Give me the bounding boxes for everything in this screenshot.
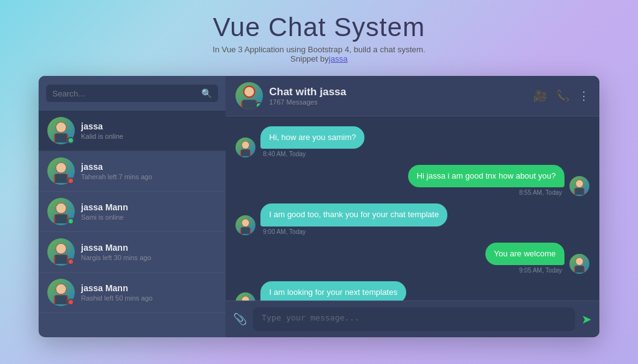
messages-area: Hi, how are you samim? 8:40 AM, Today Hi… (226, 116, 599, 301)
contact-item[interactable]: jassa Mann Sami is online (39, 192, 226, 232)
phone-call-icon[interactable]: 📞 (556, 89, 569, 103)
svg-rect-39 (575, 266, 584, 273)
svg-rect-11 (55, 215, 67, 223)
contact-info: jassa Taherah left 7 mins ago (81, 162, 217, 180)
msg-content: You are welcome 9:05 AM, Today (485, 243, 564, 274)
svg-rect-27 (241, 150, 250, 157)
svg-rect-3 (55, 134, 67, 142)
svg-rect-7 (55, 174, 67, 183)
svg-point-25 (242, 141, 249, 149)
status-dot (67, 218, 74, 225)
message-row: Hi, how are you samim? 8:40 AM, Today (236, 126, 589, 157)
message-input[interactable] (253, 307, 575, 331)
msg-content: I am looking for your next templates 9:0… (260, 281, 406, 301)
message-row: I am looking for your next templates 9:0… (236, 281, 589, 301)
svg-rect-19 (55, 296, 67, 304)
chat-header-name: Chat with jassa (269, 86, 533, 98)
search-input[interactable] (52, 89, 201, 98)
message-time: 8:40 AM, Today (260, 151, 364, 157)
snippet-link[interactable]: jassa (329, 54, 348, 63)
search-bar: 🔍 (39, 76, 226, 111)
contact-info: jassa Kalid is online (81, 121, 217, 140)
svg-rect-23 (242, 100, 256, 110)
msg-content: I am good too, thank you for your chat t… (260, 203, 447, 235)
page-title: Vue Chat System (212, 12, 425, 42)
svg-point-21 (244, 87, 254, 96)
video-call-icon[interactable]: 🎥 (533, 89, 547, 103)
status-dot (67, 177, 74, 184)
sidebar: 🔍 jassa Kalid is online jassa Taherah le… (39, 76, 226, 337)
header-status-dot (255, 102, 262, 109)
avatar-wrapper (47, 117, 75, 144)
chat-input-area: 📎 ➤ (226, 301, 599, 337)
status-dot (67, 258, 74, 265)
svg-point-17 (56, 284, 66, 294)
page-header: Vue Chat System In Vue 3 Application usi… (212, 12, 425, 63)
send-icon[interactable]: ➤ (581, 312, 592, 327)
contact-item[interactable]: jassa Kalid is online (39, 111, 226, 151)
message-bubble: I am good too, thank you for your chat t… (260, 203, 447, 226)
svg-point-13 (56, 244, 66, 254)
svg-point-5 (56, 163, 66, 173)
message-bubble: You are welcome (485, 243, 564, 265)
status-dot (67, 137, 74, 144)
message-bubble: Hi jassa i am good tnx how about you? (408, 165, 564, 187)
msg-content: Hi jassa i am good tnx how about you? 8:… (408, 165, 564, 196)
contact-info: jassa Mann Nargis left 30 mins ago (81, 243, 217, 261)
chat-header-actions: 🎥 📞 ⋮ (533, 89, 589, 103)
msg-content: Hi, how are you samim? 8:40 AM, Today (260, 126, 364, 157)
contact-status: Sami is online (81, 213, 217, 221)
svg-point-29 (576, 180, 583, 188)
svg-point-37 (576, 258, 583, 265)
contact-status: Nargis left 30 mins ago (81, 254, 217, 261)
svg-rect-31 (575, 189, 584, 195)
svg-point-9 (56, 203, 66, 213)
contact-info: jassa Mann Sami is online (81, 202, 217, 221)
message-row: Hi jassa i am good tnx how about you? 8:… (236, 165, 589, 196)
contact-info: jassa Mann Rashid left 50 mins ago (81, 283, 217, 302)
msg-avatar (236, 292, 255, 301)
message-time: 9:05 AM, Today (517, 267, 564, 274)
contact-name: jassa Mann (81, 243, 217, 253)
contact-name: jassa Mann (81, 283, 217, 293)
chat-header: Chat with jassa 1767 Messages 🎥 📞 ⋮ (226, 76, 599, 116)
message-row: I am good too, thank you for your chat t… (236, 203, 589, 235)
more-options-icon[interactable]: ⋮ (578, 89, 589, 103)
svg-point-33 (242, 219, 249, 226)
avatar-wrapper (47, 238, 75, 266)
svg-rect-15 (55, 255, 67, 264)
avatar-wrapper (47, 279, 75, 306)
message-time: 9:00 AM, Today (260, 228, 447, 235)
svg-rect-35 (241, 227, 250, 234)
contact-item[interactable]: jassa Mann Rashid left 50 mins ago (39, 273, 226, 313)
attach-icon[interactable]: 📎 (233, 312, 247, 326)
chat-main: Chat with jassa 1767 Messages 🎥 📞 ⋮ Hi, … (226, 76, 599, 337)
contact-name: jassa Mann (81, 202, 217, 212)
chat-header-count: 1767 Messages (269, 98, 533, 106)
contact-status: Taherah left 7 mins ago (81, 173, 217, 180)
contact-item[interactable]: jassa Mann Nargis left 30 mins ago (39, 232, 226, 273)
search-icon: 🔍 (201, 88, 212, 98)
msg-avatar (569, 176, 589, 196)
contact-status: Kalid is online (81, 133, 217, 140)
msg-avatar (569, 254, 589, 274)
contact-name: jassa (81, 121, 217, 131)
avatar-wrapper (47, 198, 75, 225)
chat-container: 🔍 jassa Kalid is online jassa Taherah le… (39, 76, 599, 337)
contact-status: Rashid left 50 mins ago (81, 294, 217, 302)
msg-avatar (236, 215, 255, 235)
page-subtitle: In Vue 3 Application using Bootstrap 4, … (212, 45, 425, 63)
contact-list: jassa Kalid is online jassa Taherah left… (39, 111, 226, 337)
chat-header-info: Chat with jassa 1767 Messages (269, 86, 533, 106)
contact-name: jassa (81, 162, 217, 172)
message-time: 8:55 AM, Today (517, 189, 564, 196)
contact-item[interactable]: jassa Taherah left 7 mins ago (39, 151, 226, 192)
message-bubble: I am looking for your next templates (260, 281, 406, 301)
chat-header-avatar (236, 82, 263, 110)
avatar-wrapper (47, 157, 75, 185)
message-row: You are welcome 9:05 AM, Today (236, 243, 589, 274)
msg-avatar (236, 138, 255, 157)
svg-point-1 (56, 123, 66, 133)
message-bubble: Hi, how are you samim? (260, 126, 364, 149)
status-dot (67, 299, 74, 306)
